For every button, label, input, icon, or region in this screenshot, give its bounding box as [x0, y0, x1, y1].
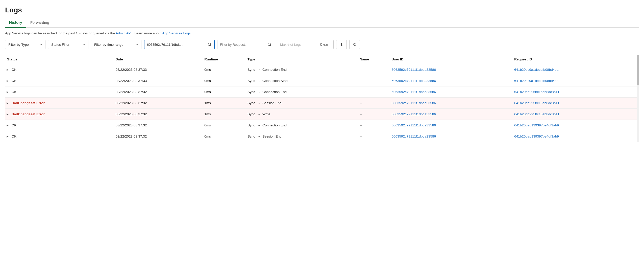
expand-chevron[interactable]: ► [6, 124, 9, 127]
user-id-search-box [144, 40, 215, 49]
cell-request-id: 641b20bb9958c15eb8dc8b11 [514, 109, 639, 120]
expand-chevron[interactable]: ► [6, 135, 9, 138]
cell-request-id: 641b20bad139397be4df3ab9 [514, 120, 639, 131]
cell-runtime: 0ms [204, 131, 247, 142]
status-text: BadChangeset Error [12, 101, 45, 105]
status-filter-select[interactable]: Status Filter [48, 40, 88, 49]
clear-button[interactable]: Clear [315, 40, 334, 49]
cell-user-id: 6063592c79111f1dbda33586 [391, 109, 514, 120]
cell-runtime: 0ms [204, 86, 247, 98]
request-id-link[interactable]: 641b20bad139397be4df3ab9 [514, 134, 559, 138]
cell-request-id: 641b20bc9a1decbfb08bd4ba [514, 64, 639, 75]
table-row[interactable]: ► BadChangeset Error 03/22/2023 08:37:32… [5, 109, 639, 120]
user-id-search-input[interactable] [144, 40, 205, 49]
cell-type: Sync → Session End [247, 98, 360, 109]
download-button[interactable]: ⬇ [336, 40, 347, 49]
expand-chevron[interactable]: ► [6, 68, 9, 72]
request-id-link[interactable]: 641b20bc9a1decbfb08bd4ba [514, 79, 558, 83]
request-id-link[interactable]: 641b20bb9958c15eb8dc8b11 [514, 101, 559, 105]
cell-name: -- [360, 64, 391, 75]
col-status: Status [5, 55, 115, 64]
search-icon [208, 42, 212, 47]
request-id-link[interactable]: 641b20bad139397be4df3ab9 [514, 123, 559, 127]
user-id-link[interactable]: 6063592c79111f1dbda33586 [391, 123, 436, 127]
scrollbar-thumb[interactable] [637, 55, 639, 85]
table-row[interactable]: ► OK 03/22/2023 08:37:33 0ms Sync → Conn… [5, 75, 639, 86]
cell-user-id: 6063592c79111f1dbda33586 [391, 64, 514, 75]
cell-date: 03/22/2023 08:37:32 [115, 109, 204, 120]
col-type: Type [247, 55, 360, 64]
status-text: OK [12, 90, 17, 94]
filter-type-select[interactable]: Filter by Type [5, 40, 45, 49]
cell-user-id: 6063592c79111f1dbda33586 [391, 120, 514, 131]
user-id-link[interactable]: 6063592c79111f1dbda33586 [391, 112, 436, 116]
user-id-link[interactable]: 6063592c79111f1dbda33586 [391, 79, 436, 83]
cell-status: ► OK [5, 131, 115, 142]
cell-user-id: 6063592c79111f1dbda33586 [391, 98, 514, 109]
col-name: Name [360, 55, 391, 64]
cell-name: -- [360, 131, 391, 142]
table-row[interactable]: ► BadChangeset Error 03/22/2023 08:37:32… [5, 98, 639, 109]
expand-chevron[interactable]: ► [6, 112, 9, 116]
table-header: Status Date Runtime Type Name User ID Re… [5, 55, 639, 64]
cell-type: Sync → Connection Start [247, 75, 360, 86]
table-row[interactable]: ► OK 03/22/2023 08:37:32 0ms Sync → Sess… [5, 131, 639, 142]
col-date: Date [115, 55, 204, 64]
scrollbar[interactable] [637, 55, 639, 142]
arrow-icon: → [257, 90, 261, 94]
cell-status: ► OK [5, 86, 115, 98]
cell-name: -- [360, 86, 391, 98]
cell-status: ► BadChangeset Error [5, 98, 115, 109]
cell-runtime: 1ms [204, 98, 247, 109]
cell-request-id: 641b20bb9958c15eb8dc8b11 [514, 98, 639, 109]
expand-chevron[interactable]: ► [6, 79, 9, 83]
user-id-search-button[interactable] [205, 40, 214, 49]
cell-runtime: 0ms [204, 64, 247, 75]
info-bar: App Service logs can be searched for the… [5, 31, 639, 35]
col-user-id: User ID [391, 55, 514, 64]
max-logs-input[interactable] [277, 40, 312, 49]
refresh-button[interactable]: ↻ [349, 40, 360, 49]
filter-time-select[interactable]: Filter by time range [91, 40, 141, 49]
tab-bar: History Forwarding [5, 18, 639, 28]
arrow-icon: → [257, 101, 261, 105]
status-text: OK [12, 123, 17, 127]
cell-request-id: 641b20bb9958c15eb8dc8b11 [514, 86, 639, 98]
request-filter-input[interactable] [217, 40, 265, 49]
cell-type: Sync → Connection End [247, 86, 360, 98]
log-table: Status Date Runtime Type Name User ID Re… [5, 55, 639, 142]
cell-date: 03/22/2023 08:37:32 [115, 131, 204, 142]
table-row[interactable]: ► OK 03/22/2023 08:37:32 0ms Sync → Conn… [5, 120, 639, 131]
expand-chevron[interactable]: ► [6, 90, 9, 94]
download-icon: ⬇ [340, 42, 343, 47]
app-services-link[interactable]: App Services Logs [162, 31, 191, 35]
cell-status: ► OK [5, 75, 115, 86]
tab-forwarding[interactable]: Forwarding [26, 18, 53, 28]
request-filter-box [217, 40, 274, 49]
cell-status: ► BadChangeset Error [5, 109, 115, 120]
request-id-link[interactable]: 641b20bc9a1decbfb08bd4ba [514, 68, 558, 72]
status-text: OK [12, 68, 17, 72]
request-search-button[interactable] [265, 40, 274, 49]
cell-runtime: 0ms [204, 75, 247, 86]
table-row[interactable]: ► OK 03/22/2023 08:37:33 0ms Sync → Conn… [5, 64, 639, 75]
toolbar: Filter by Type Status Filter Filter by t… [5, 40, 639, 49]
tab-history[interactable]: History [5, 18, 26, 28]
admin-api-link[interactable]: Admin API [116, 31, 132, 35]
arrow-icon: → [257, 123, 261, 127]
user-id-link[interactable]: 6063592c79111f1dbda33586 [391, 134, 436, 138]
expand-chevron[interactable]: ► [6, 101, 9, 105]
cell-request-id: 641b20bad139397be4df3ab9 [514, 131, 639, 142]
arrow-icon: → [257, 79, 261, 83]
search-icon [267, 42, 271, 47]
cell-date: 03/22/2023 08:37:32 [115, 120, 204, 131]
request-id-link[interactable]: 641b20bb9958c15eb8dc8b11 [514, 112, 559, 116]
user-id-link[interactable]: 6063592c79111f1dbda33586 [391, 90, 436, 94]
user-id-link[interactable]: 6063592c79111f1dbda33586 [391, 101, 436, 105]
cell-status: ► OK [5, 120, 115, 131]
request-id-link[interactable]: 641b20bb9958c15eb8dc8b11 [514, 90, 559, 94]
table-row[interactable]: ► OK 03/22/2023 08:37:32 0ms Sync → Conn… [5, 86, 639, 98]
user-id-link[interactable]: 6063592c79111f1dbda33586 [391, 68, 436, 72]
cell-date: 03/22/2023 08:37:32 [115, 98, 204, 109]
arrow-icon: → [257, 112, 261, 116]
